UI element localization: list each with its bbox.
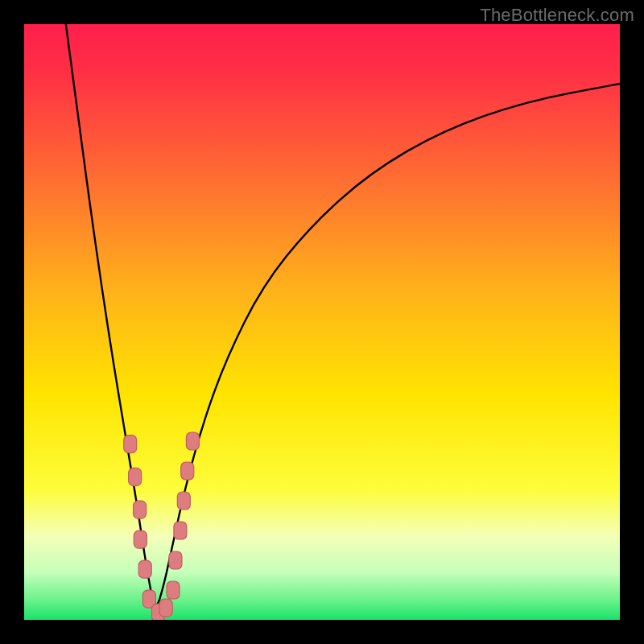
data-marker	[177, 492, 190, 510]
watermark-text: TheBottleneck.com	[480, 5, 634, 26]
data-marker	[124, 436, 137, 453]
data-marker	[181, 462, 194, 480]
highlighted-points-layer	[24, 24, 620, 620]
plot-area	[24, 24, 620, 620]
data-marker	[134, 530, 147, 548]
data-marker	[167, 581, 180, 599]
data-marker	[169, 551, 182, 569]
data-marker	[138, 560, 151, 578]
data-marker	[174, 522, 187, 539]
data-marker	[159, 599, 172, 617]
data-marker	[134, 501, 147, 518]
data-marker	[129, 468, 142, 485]
chart-frame: TheBottleneck.com	[0, 0, 644, 644]
data-marker	[186, 432, 199, 450]
